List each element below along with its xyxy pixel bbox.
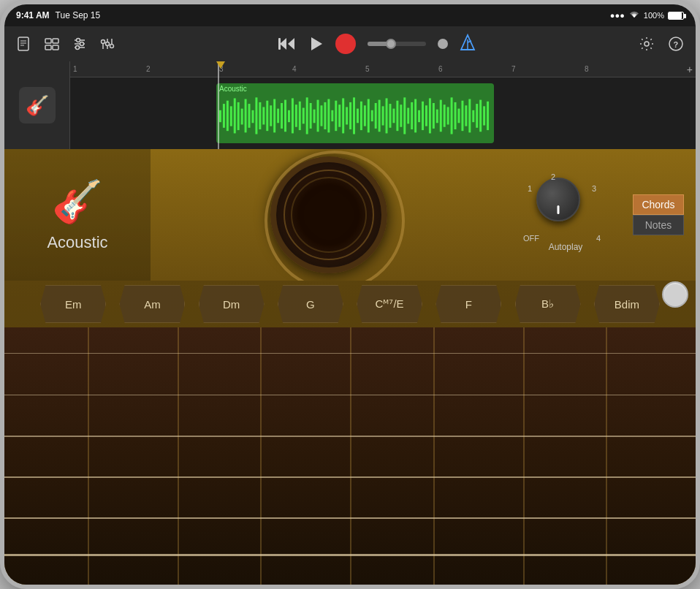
volume-slider[interactable] [368,42,426,46]
svg-rect-43 [266,101,268,131]
svg-marker-23 [311,37,322,50]
ruler-mark-6: 6 [438,65,443,73]
chord-f-button[interactable]: F [435,285,501,323]
track-content: Acoustic [70,77,696,149]
svg-rect-101 [476,104,478,128]
svg-rect-66 [349,102,351,129]
battery-icon: 100% [644,11,684,20]
instrument-top: 🎸 Acoustic [4,149,696,281]
metronome-button[interactable] [460,34,476,55]
svg-rect-39 [252,110,254,123]
fret-grid [4,327,696,585]
chord-g-button[interactable]: G [278,285,343,323]
svg-rect-96 [458,109,460,123]
autoplay-knob-container[interactable]: OFF 1 2 3 4 [536,178,595,236]
playhead-marker[interactable] [216,61,225,69]
chord-bdim-button[interactable]: Bdim [594,285,660,323]
svg-rect-82 [407,108,409,124]
notes-toggle-button[interactable]: Notes [633,215,684,235]
ruler-mark-8: 8 [585,65,589,73]
svg-point-17 [106,42,110,46]
knob-wrapper[interactable]: OFF 1 2 3 4 [536,178,595,236]
svg-rect-94 [451,97,453,134]
svg-rect-57 [317,100,319,132]
ruler-mark-5: 5 [365,65,370,73]
svg-rect-59 [324,102,326,129]
svg-rect-77 [389,104,392,128]
instrument-area: 🎸 Acoustic [4,149,696,585]
svg-rect-90 [436,110,438,123]
new-song-button[interactable] [13,33,35,55]
svg-rect-98 [465,105,467,126]
svg-rect-45 [273,99,275,133]
waveform-display [216,94,494,138]
svg-rect-70 [364,105,366,126]
svg-rect-79 [396,101,398,131]
svg-rect-40 [255,97,257,134]
chord-dm-button[interactable]: Dm [199,285,265,323]
audio-region[interactable]: Acoustic [216,83,494,143]
volume-button[interactable] [0,253,3,275]
acoustic-panel[interactable]: 🎸 Acoustic [4,149,151,281]
fret-line-7 [606,327,607,585]
svg-rect-6 [45,45,51,50]
svg-rect-56 [313,110,316,123]
svg-rect-41 [259,102,261,129]
chord-am-button[interactable]: Am [119,285,185,323]
svg-rect-50 [292,98,294,133]
add-track-button[interactable]: + [687,64,693,75]
toolbar: ? [4,26,696,61]
chord-em-button[interactable]: Em [40,285,106,323]
acoustic-guitar-icon: 🎸 [52,178,103,226]
svg-rect-48 [284,100,286,132]
status-date: Tue Sep 15 [56,10,101,20]
settings-button[interactable] [636,33,658,55]
ipad-frame: 9:41 AM Tue Sep 15 ●●● 100% [0,0,700,589]
svg-rect-7 [53,45,58,50]
ruler: 1 2 3 4 5 6 7 8 + [70,61,696,77]
track-thumbnail[interactable]: 🎸 [19,87,56,123]
svg-rect-84 [414,99,416,133]
svg-point-27 [644,42,649,46]
svg-rect-88 [429,98,431,133]
svg-rect-61 [331,110,333,121]
home-button-side[interactable] [697,282,700,319]
svg-rect-22 [278,38,281,50]
mixer-button[interactable] [69,33,91,55]
fret-line-4 [350,327,351,585]
svg-rect-47 [281,103,283,129]
svg-point-19 [110,45,114,48]
play-button[interactable] [308,36,324,52]
guitar-soundhole [270,156,387,273]
tracks-button[interactable] [41,33,63,55]
fretboard[interactable] [4,327,696,585]
status-bar: 9:41 AM Tue Sep 15 ●●● 100% [4,4,696,26]
eq-button[interactable] [96,33,118,55]
svg-rect-103 [483,106,485,125]
svg-rect-53 [303,108,305,124]
autoplay-area: OFF 1 2 3 4 Autoplay [507,178,624,252]
knob-label-3: 3 [592,184,596,193]
ruler-mark-2: 2 [146,65,151,73]
svg-rect-81 [403,97,406,134]
svg-text:?: ? [674,40,679,49]
svg-rect-78 [392,109,395,123]
svg-rect-92 [444,104,446,127]
svg-rect-97 [461,101,463,131]
chord-bb-button[interactable]: B♭ [515,285,581,323]
svg-rect-86 [422,102,424,130]
home-button[interactable] [662,281,688,308]
svg-rect-60 [327,99,330,133]
playhead-button[interactable] [438,39,448,49]
svg-rect-55 [310,103,312,129]
chords-row: Em Am Dm G Cᴹ⁷/E F B♭ Bdim [4,281,696,327]
ruler-mark-4: 4 [292,65,297,73]
chord-cm7e-button[interactable]: Cᴹ⁷/E [357,285,422,323]
record-button[interactable] [335,34,356,54]
signal-icon: ●●● [610,11,625,20]
string-5 [4,517,696,519]
chords-toggle-button[interactable]: Chords [633,194,684,215]
rewind-button[interactable] [278,37,296,51]
svg-rect-0 [18,37,28,50]
help-button[interactable]: ? [665,33,687,55]
